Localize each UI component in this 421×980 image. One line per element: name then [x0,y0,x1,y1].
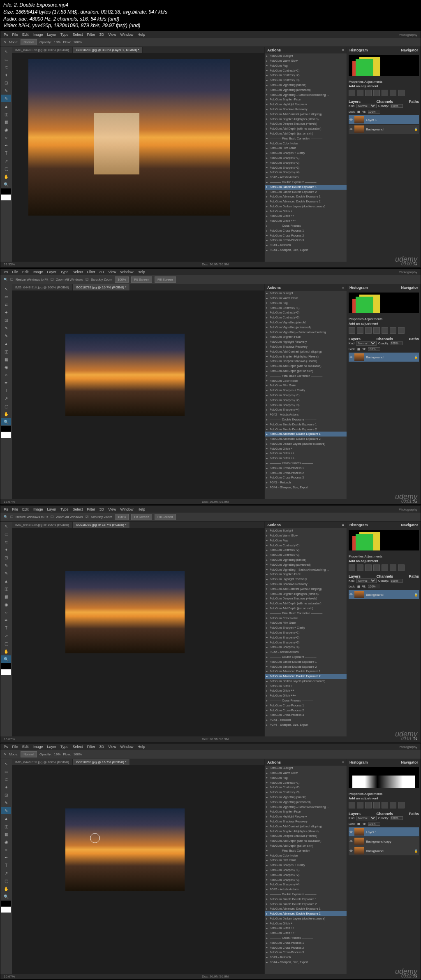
action-item[interactable]: ▸FotoGuru Sharpen (+1) [265,868,347,873]
action-item[interactable]: ▸FotoGuru Contrast (+3) [265,790,347,795]
action-item[interactable]: ▸———— Cross-Process ———— [265,698,347,703]
action-item[interactable]: ▸FotoGuru Contrast (+2) [265,310,347,315]
stamp-tool[interactable]: ▲ [1,102,11,110]
hue-icon[interactable] [390,90,396,96]
action-item[interactable]: ▸FG#4 – Sharpen, Size, Export [265,248,347,253]
action-item[interactable]: ▸FotoGuru Fog [265,776,347,780]
action-item[interactable]: ▸FotoGuru Highlight Recovery [265,102,347,107]
action-item[interactable]: ▸FotoGuru Brighten Face [265,572,347,577]
action-item[interactable]: ▸FotoGuru Color Noise [265,379,347,383]
action-item[interactable]: ▸FotoGuru Vignetting (simple) [265,795,347,800]
hand-tool[interactable]: ✋ [1,173,11,180]
gradient-tool[interactable]: ▦ [1,118,11,125]
action-item[interactable]: ▸FotoGuru Contrast (+3) [265,553,347,557]
action-item[interactable]: ▸FotoGuru Cross-Process 1 [265,466,347,471]
action-item[interactable]: ▸FotoGuru Sharpen + Clarity [265,388,347,393]
action-item[interactable]: ▸FG#2 – Artistic Actions [265,412,347,417]
action-item[interactable]: ▸FotoGuru Advanced Double Exposure 1 [265,194,347,199]
action-item[interactable]: ▸FotoGuru Cross-Process 1 [265,228,347,233]
eraser-tool[interactable]: ◫ [1,110,11,118]
action-item[interactable]: ▸FotoGuru Deepen Shadows (+levels) [265,596,347,601]
action-item[interactable]: ▸FotoGuru Shadows Recovery [265,819,347,824]
action-item[interactable]: ▸FotoGuru Glitch + [265,921,347,926]
action-item[interactable]: ▸FotoGuru Glitch +++ [265,693,347,698]
bw-icon[interactable] [398,90,405,96]
action-item[interactable]: ▸FotoGuru Fog [265,63,347,68]
action-item[interactable]: ▸FotoGuru Brighten Highlights (+levels) [265,354,347,359]
action-item[interactable]: ▸FotoGuru Add Depth (just on skin) [265,131,347,136]
canvas[interactable] [28,59,230,216]
action-item[interactable]: ▸FotoGuru Vignetting – Basic skin retouc… [265,330,347,335]
vibrance-icon[interactable] [382,90,388,96]
action-item[interactable]: ▸FotoGuru Brighten Face [265,97,347,102]
action-item[interactable]: ▸FotoGuru Vignetting (advanced) [265,562,347,567]
action-item[interactable]: ▸FotoGuru Cross-Process 2 [265,233,347,238]
action-item[interactable]: ▸FotoGuru Film Grain [265,146,347,151]
action-item[interactable]: ▸———— Double Exposure ———— [265,892,347,897]
action-item[interactable]: ▸FG#4 – Sharpen, Size, Export [265,485,347,490]
brightness-icon[interactable] [349,90,355,96]
action-item[interactable]: ▸FotoGuru Add Depth (with no saturation) [265,364,347,369]
eyedropper-tool[interactable]: ✎ [1,87,11,94]
action-item[interactable]: ▸FG#2 – Artistic Actions [265,175,347,180]
layer-item[interactable]: 👁Background🔒 [349,590,419,599]
action-item[interactable]: ▸FotoGuru Add Depth (just on skin) [265,843,347,848]
action-item[interactable]: ▸FotoGuru Film Grain [265,620,347,625]
action-item[interactable]: ▸FotoGuru Simple Double Exposure 2 [265,902,347,907]
action-item[interactable]: ▸FotoGuru Sharpen (+4) [265,407,347,412]
action-item[interactable]: ▸FotoGuru Contrast (+1) [265,780,347,785]
action-item[interactable]: ▸FotoGuru Add Depth (with no saturation) [265,601,347,606]
action-item[interactable]: ▸FotoGuru Sharpen (+1) [265,630,347,635]
action-item[interactable]: ▸FG#2 – Artistic Actions [265,887,347,892]
action-item[interactable]: ▸———— Final Basic Correction ———— [265,611,347,616]
action-item[interactable]: ▸FotoGuru Contrast (+1) [265,306,347,311]
action-item[interactable]: ▸FotoGuru Sharpen (+4) [265,882,347,887]
action-item[interactable]: ▸FotoGuru Add Depth (just on skin) [265,369,347,374]
action-item[interactable]: ▸FotoGuru Vignetting (simple) [265,83,347,88]
action-item[interactable]: ▸FotoGuru Sharpen (+1) [265,156,347,160]
action-item[interactable]: ▸FG#3 – Retouch [265,243,347,248]
action-item[interactable]: ▸FotoGuru Glitch + [265,446,347,451]
canvas[interactable] [65,808,185,891]
action-item[interactable]: ▸FotoGuru Deepen Shadows (+levels) [265,121,347,126]
action-item[interactable]: ▸———— Double Exposure ———— [265,417,347,422]
action-item[interactable]: ▸FotoGuru Contrast (+1) [265,543,347,548]
layer-item[interactable]: 👁Layer 1 [349,827,419,836]
action-item[interactable]: ▸FotoGuru Glitch + [265,684,347,689]
action-item[interactable]: ▸FG#4 – Sharpen, Size, Export [265,960,347,965]
action-item[interactable]: ▸FotoGuru Glitch +++ [265,218,347,223]
action-item[interactable]: ▸FotoGuru Add Contrast (without clipping… [265,112,347,117]
action-item[interactable]: ▸FotoGuru Advanced Double Exposure 2 [265,674,347,679]
menubar[interactable]: PsFileEditImageLayerTypeSelectFilter3DVi… [0,743,421,750]
action-item[interactable]: ▸FotoGuru Sharpen (+2) [265,635,347,640]
action-item[interactable]: ▸FotoGuru Vignetting (advanced) [265,800,347,805]
action-item[interactable]: ▸FotoGuru Add Depth (with no saturation) [265,126,347,131]
action-item[interactable]: ▸FotoGuru Film Grain [265,383,347,388]
action-item[interactable]: ▸FotoGuru Warm Glow [265,771,347,776]
action-item[interactable]: ▸FotoGuru Cross-Process 2 [265,471,347,476]
swatch-fg[interactable] [1,188,11,194]
action-item[interactable]: ▸FotoGuru Sharpen (+3) [265,640,347,645]
action-item[interactable]: ▸FotoGuru Warm Glow [265,58,347,63]
action-item[interactable]: ▸FG#3 – Retouch [265,480,347,485]
action-item[interactable]: ▸FotoGuru Vignetting – Basic skin retouc… [265,805,347,810]
action-item[interactable]: ▸FotoGuru Glitch ++ [265,451,347,456]
layer-item[interactable]: 👁Background🔒 [349,125,419,134]
action-item[interactable]: ▸FotoGuru Vignetting (simple) [265,557,347,562]
action-item[interactable]: ▸FotoGuru Sharpen (+3) [265,403,347,408]
action-item[interactable]: ▸———— Cross-Process ———— [265,461,347,466]
action-item[interactable]: ▸FotoGuru Sharpen + Clarity [265,863,347,868]
action-item[interactable]: ▸FotoGuru Advanced Double Exposure 1 [265,669,347,674]
action-item[interactable]: ▸FotoGuru Glitch ++ [265,214,347,218]
action-item[interactable]: ▸FotoGuru Advanced Double Exposure 2 [265,437,347,441]
action-item[interactable]: ▸FotoGuru Sharpen + Clarity [265,625,347,630]
action-item[interactable]: ▸FotoGuru Sharpen (+2) [265,398,347,403]
layer-item[interactable]: 👁Layer 1 [349,115,419,124]
levels-icon[interactable] [357,90,363,96]
action-item[interactable]: ▸FotoGuru Glitch +++ [265,456,347,461]
action-item[interactable]: ▸FotoGuru Highlight Recovery [265,577,347,582]
swatch-bg[interactable] [1,195,11,200]
action-item[interactable]: ▸FotoGuru Advanced Double Exposure 2 [265,911,347,916]
action-item[interactable]: ▸FotoGuru Shadows Recovery [265,582,347,587]
action-item[interactable]: ▸FotoGuru Add Depth (just on skin) [265,606,347,611]
